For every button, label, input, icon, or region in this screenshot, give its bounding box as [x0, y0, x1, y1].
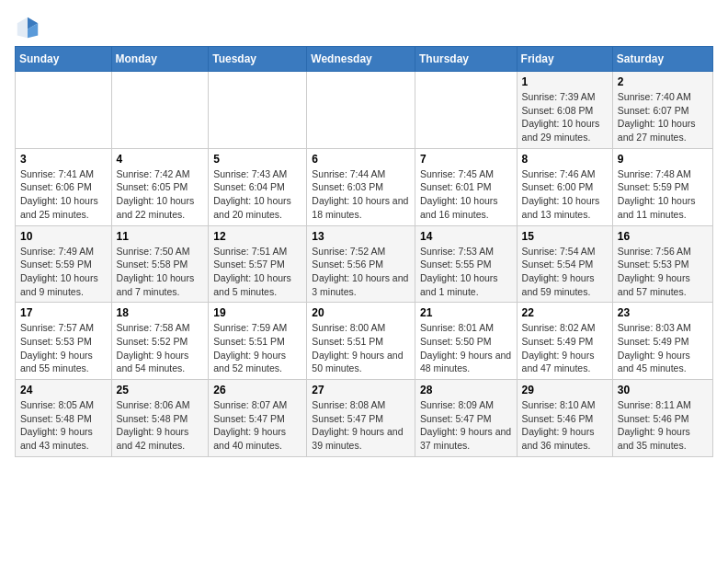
day-number: 16	[618, 230, 708, 243]
calendar-cell: 1 Sunrise: 7:39 AMSunset: 6:08 PMDayligh…	[517, 72, 612, 149]
day-number: 18	[117, 306, 204, 319]
day-info: Sunrise: 8:01 AMSunset: 5:50 PMDaylight:…	[420, 321, 512, 375]
day-number: 14	[420, 230, 512, 243]
calendar-cell: 5 Sunrise: 7:43 AMSunset: 6:04 PMDayligh…	[209, 148, 307, 225]
calendar-cell: 9 Sunrise: 7:48 AMSunset: 5:59 PMDayligh…	[612, 148, 712, 225]
day-info: Sunrise: 7:48 AMSunset: 5:59 PMDaylight:…	[618, 167, 708, 222]
day-number: 17	[20, 306, 107, 319]
calendar-cell: 25 Sunrise: 8:06 AMSunset: 5:48 PMDaylig…	[111, 380, 209, 457]
day-info: Sunrise: 7:40 AMSunset: 6:07 PMDaylight:…	[618, 90, 708, 144]
weekday-header-row: SundayMondayTuesdayWednesdayThursdayFrid…	[16, 47, 713, 72]
calendar-cell: 22 Sunrise: 8:02 AMSunset: 5:49 PMDaylig…	[517, 303, 612, 380]
day-number: 5	[213, 153, 301, 166]
calendar-cell	[111, 72, 209, 149]
day-info: Sunrise: 8:05 AMSunset: 5:48 PMDaylight:…	[20, 398, 107, 453]
calendar-cell: 29 Sunrise: 8:10 AMSunset: 5:46 PMDaylig…	[517, 380, 612, 457]
day-info: Sunrise: 8:09 AMSunset: 5:47 PMDaylight:…	[420, 398, 512, 453]
day-info: Sunrise: 8:00 AMSunset: 5:51 PMDaylight:…	[312, 321, 410, 375]
calendar-cell: 27 Sunrise: 8:08 AMSunset: 5:47 PMDaylig…	[307, 380, 415, 457]
day-info: Sunrise: 7:53 AMSunset: 5:55 PMDaylight:…	[420, 245, 512, 299]
day-number: 25	[117, 384, 204, 396]
calendar-cell: 6 Sunrise: 7:44 AMSunset: 6:03 PMDayligh…	[307, 148, 415, 225]
day-info: Sunrise: 8:02 AMSunset: 5:49 PMDaylight:…	[522, 321, 608, 375]
day-number: 10	[20, 230, 107, 243]
day-info: Sunrise: 7:42 AMSunset: 6:05 PMDaylight:…	[117, 167, 204, 222]
day-number: 21	[420, 306, 512, 319]
day-number: 2	[618, 75, 708, 88]
calendar-cell: 28 Sunrise: 8:09 AMSunset: 5:47 PMDaylig…	[415, 380, 517, 457]
day-info: Sunrise: 7:51 AMSunset: 5:57 PMDaylight:…	[213, 245, 301, 299]
calendar-cell: 15 Sunrise: 7:54 AMSunset: 5:54 PMDaylig…	[517, 225, 612, 303]
calendar-cell: 2 Sunrise: 7:40 AMSunset: 6:07 PMDayligh…	[612, 72, 712, 149]
weekday-header: Monday	[111, 47, 209, 72]
day-number: 15	[522, 230, 608, 243]
calendar-cell: 18 Sunrise: 7:58 AMSunset: 5:52 PMDaylig…	[111, 303, 209, 380]
day-number: 12	[213, 230, 301, 243]
calendar-cell: 19 Sunrise: 7:59 AMSunset: 5:51 PMDaylig…	[209, 303, 307, 380]
day-number: 6	[312, 153, 410, 166]
calendar-cell: 21 Sunrise: 8:01 AMSunset: 5:50 PMDaylig…	[415, 303, 517, 380]
weekday-header: Sunday	[16, 47, 112, 72]
day-info: Sunrise: 8:10 AMSunset: 5:46 PMDaylight:…	[522, 398, 608, 453]
day-info: Sunrise: 7:54 AMSunset: 5:54 PMDaylight:…	[522, 245, 608, 299]
day-info: Sunrise: 7:56 AMSunset: 5:53 PMDaylight:…	[618, 245, 708, 299]
calendar-cell: 20 Sunrise: 8:00 AMSunset: 5:51 PMDaylig…	[307, 303, 415, 380]
calendar-cell	[16, 72, 112, 149]
calendar-cell: 11 Sunrise: 7:50 AMSunset: 5:58 PMDaylig…	[111, 225, 209, 303]
day-number: 30	[618, 384, 708, 396]
calendar-week-row: 1 Sunrise: 7:39 AMSunset: 6:08 PMDayligh…	[16, 72, 713, 149]
weekday-header: Tuesday	[209, 47, 307, 72]
day-info: Sunrise: 8:07 AMSunset: 5:47 PMDaylight:…	[213, 398, 301, 453]
calendar-week-row: 3 Sunrise: 7:41 AMSunset: 6:06 PMDayligh…	[16, 148, 713, 225]
day-number: 19	[213, 306, 301, 319]
day-info: Sunrise: 8:11 AMSunset: 5:46 PMDaylight:…	[618, 398, 708, 453]
day-number: 3	[20, 153, 107, 166]
calendar-cell: 12 Sunrise: 7:51 AMSunset: 5:57 PMDaylig…	[209, 225, 307, 303]
day-number: 4	[117, 153, 204, 166]
day-info: Sunrise: 7:52 AMSunset: 5:56 PMDaylight:…	[312, 245, 410, 299]
day-number: 28	[420, 384, 512, 396]
day-number: 22	[522, 306, 608, 319]
day-info: Sunrise: 7:50 AMSunset: 5:58 PMDaylight:…	[117, 245, 204, 299]
weekday-header: Friday	[517, 47, 612, 72]
day-info: Sunrise: 7:45 AMSunset: 6:01 PMDaylight:…	[420, 167, 512, 222]
day-number: 13	[312, 230, 410, 243]
calendar-cell	[209, 72, 307, 149]
day-info: Sunrise: 7:44 AMSunset: 6:03 PMDaylight:…	[312, 167, 410, 222]
calendar-cell: 4 Sunrise: 7:42 AMSunset: 6:05 PMDayligh…	[111, 148, 209, 225]
calendar-week-row: 10 Sunrise: 7:49 AMSunset: 5:59 PMDaylig…	[16, 225, 713, 303]
day-info: Sunrise: 7:58 AMSunset: 5:52 PMDaylight:…	[117, 321, 204, 375]
day-info: Sunrise: 8:03 AMSunset: 5:49 PMDaylight:…	[618, 321, 708, 375]
calendar-week-row: 24 Sunrise: 8:05 AMSunset: 5:48 PMDaylig…	[16, 380, 713, 457]
day-info: Sunrise: 7:49 AMSunset: 5:59 PMDaylight:…	[20, 245, 107, 299]
calendar-cell: 10 Sunrise: 7:49 AMSunset: 5:59 PMDaylig…	[16, 225, 112, 303]
day-number: 24	[20, 384, 107, 396]
calendar-cell: 7 Sunrise: 7:45 AMSunset: 6:01 PMDayligh…	[415, 148, 517, 225]
day-number: 7	[420, 153, 512, 166]
day-info: Sunrise: 8:06 AMSunset: 5:48 PMDaylight:…	[117, 398, 204, 453]
day-number: 27	[312, 384, 410, 396]
calendar-cell: 3 Sunrise: 7:41 AMSunset: 6:06 PMDayligh…	[16, 148, 112, 225]
day-number: 9	[618, 153, 708, 166]
weekday-header: Thursday	[415, 47, 517, 72]
calendar-cell: 26 Sunrise: 8:07 AMSunset: 5:47 PMDaylig…	[209, 380, 307, 457]
calendar-table: SundayMondayTuesdayWednesdayThursdayFrid…	[15, 46, 713, 457]
calendar-cell	[307, 72, 415, 149]
day-info: Sunrise: 7:59 AMSunset: 5:51 PMDaylight:…	[213, 321, 301, 375]
page-header	[15, 15, 713, 40]
calendar-cell: 8 Sunrise: 7:46 AMSunset: 6:00 PMDayligh…	[517, 148, 612, 225]
calendar-cell: 16 Sunrise: 7:56 AMSunset: 5:53 PMDaylig…	[612, 225, 712, 303]
weekday-header: Wednesday	[307, 47, 415, 72]
logo-icon	[15, 15, 40, 40]
calendar-week-row: 17 Sunrise: 7:57 AMSunset: 5:53 PMDaylig…	[16, 303, 713, 380]
calendar-cell: 23 Sunrise: 8:03 AMSunset: 5:49 PMDaylig…	[612, 303, 712, 380]
day-info: Sunrise: 7:57 AMSunset: 5:53 PMDaylight:…	[20, 321, 107, 375]
day-info: Sunrise: 8:08 AMSunset: 5:47 PMDaylight:…	[312, 398, 410, 453]
day-number: 23	[618, 306, 708, 319]
day-number: 11	[117, 230, 204, 243]
day-info: Sunrise: 7:46 AMSunset: 6:00 PMDaylight:…	[522, 167, 608, 222]
calendar-cell: 17 Sunrise: 7:57 AMSunset: 5:53 PMDaylig…	[16, 303, 112, 380]
day-number: 1	[522, 75, 608, 88]
day-number: 26	[213, 384, 301, 396]
day-number: 20	[312, 306, 410, 319]
